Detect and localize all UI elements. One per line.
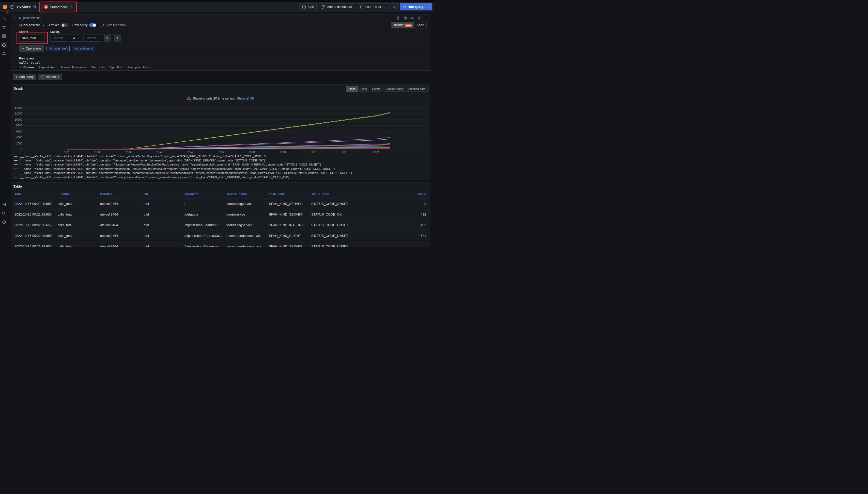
options-summary-item: Type: Both <box>109 66 123 69</box>
graph-legend: {__name__="calls_total", instance="otelc… <box>14 154 428 180</box>
zoom-out-button[interactable] <box>391 3 398 11</box>
column-header--name-[interactable]: __name__ <box>56 190 98 198</box>
chevron-down-icon <box>69 5 72 8</box>
graph-mode-points[interactable]: Points <box>370 86 383 92</box>
label-key-select[interactable]: Choose <box>50 35 69 42</box>
column-header-value[interactable]: Value <box>353 190 428 198</box>
column-header-job[interactable]: job <box>142 190 182 198</box>
sidebar-expand-button[interactable]: › <box>5 10 10 14</box>
run-query-button[interactable]: Run query <box>400 3 426 11</box>
explore-compass-icon <box>10 5 15 9</box>
table-cell: quoteservice <box>224 209 267 220</box>
query-row-header[interactable]: A (Prometheus) ? <box>11 15 430 22</box>
column-header-operation[interactable]: operation <box>182 190 224 198</box>
graph-canvas[interactable] <box>23 106 428 151</box>
legend-series-color <box>14 156 18 157</box>
chevron-down-icon <box>40 37 42 40</box>
options-collapse-toggle[interactable]: Options <box>19 66 34 69</box>
column-header-service-name[interactable]: service_name <box>224 190 267 198</box>
prometheus-logo <box>44 5 48 9</box>
query-hint-0[interactable]: hint: add rate() <box>47 46 70 51</box>
table-cell: otel <box>142 209 182 220</box>
legend-item[interactable]: {__name__="calls_total", instance="otelc… <box>14 158 428 163</box>
table-cell: / <box>182 198 224 209</box>
drag-handle-icon[interactable] <box>423 16 427 20</box>
chevron-down-icon[interactable] <box>14 17 17 20</box>
duplicate-query-icon[interactable] <box>403 16 407 20</box>
label-value-placeholder: Choose <box>86 36 96 40</box>
split-button[interactable]: Split <box>299 3 317 11</box>
options-summary-item: Exemplars: false <box>128 66 149 69</box>
legend-item[interactable]: {__name__="calls_total", instance="otelc… <box>14 163 428 167</box>
remove-query-trash-icon[interactable] <box>417 16 420 20</box>
y-tick-label: 0 <box>11 148 22 151</box>
share-alt-icon[interactable] <box>33 5 37 8</box>
inspector-button[interactable]: Inspector <box>38 74 62 80</box>
x-tick-label: 23:45 <box>183 151 198 154</box>
column-header-time[interactable]: Time <box>13 190 56 198</box>
metric-select[interactable]: calls_total <box>19 35 45 42</box>
give-feedback-link[interactable]: Give feedback <box>101 23 126 27</box>
legend-item[interactable] <box>14 179 428 180</box>
remove-label-filter-button[interactable]: × <box>104 35 111 42</box>
warning-icon <box>187 96 191 100</box>
graph-mode-stacked-bars[interactable]: Stacked bars <box>406 86 428 92</box>
graph-mode-stacked-lines[interactable]: Stacked lines <box>383 86 405 92</box>
svg-text:?: ? <box>398 17 399 19</box>
add-query-button[interactable]: + Add query <box>13 74 36 80</box>
table-cell: 2022-10-16 00:22:29.655 <box>13 241 56 247</box>
add-label-filter-button[interactable]: + <box>114 35 121 42</box>
label-value-select[interactable]: Choose <box>83 35 102 42</box>
grafana-logo[interactable] <box>2 4 8 10</box>
legend-item[interactable]: {__name__="calls_total", instance="otelc… <box>14 175 428 179</box>
query-patterns-dropdown[interactable]: Query patterns <box>19 23 45 27</box>
metric-field-label: Metric <box>19 30 45 33</box>
time-range-label: Last 1 hour <box>365 5 381 8</box>
column-header-status-code[interactable]: status_code <box>309 190 353 198</box>
search-icon[interactable] <box>2 16 6 20</box>
explore-nav-icon[interactable] <box>1 42 7 48</box>
query-help-icon[interactable]: ? <box>397 16 400 20</box>
beta-badge: Beta <box>405 24 412 27</box>
raw-query-toggle[interactable] <box>89 23 96 27</box>
datasource-picker[interactable]: Prometheus <box>41 3 75 11</box>
column-header-span-kind[interactable]: span_kind <box>267 190 309 198</box>
x-tick-label: 00:10 <box>307 151 323 154</box>
toggle-visibility-eye-icon[interactable] <box>410 16 414 20</box>
table-cell: STATUS_CODE_UNSET <box>309 198 353 209</box>
show-all-series-link[interactable]: Show all 55 <box>237 96 254 100</box>
warning-text: Showing only 20 time series. <box>193 96 235 100</box>
help-icon[interactable]: ? <box>2 220 6 224</box>
run-query-dropdown[interactable] <box>426 3 432 11</box>
query-hint-1[interactable]: hint: add sum() <box>72 46 95 51</box>
label-operator-select[interactable]: = <box>71 35 82 42</box>
column-header-instance[interactable]: instance <box>98 190 142 198</box>
star-icon[interactable] <box>2 25 6 29</box>
graph-mode-lines[interactable]: Lines <box>346 86 358 92</box>
apps-icon[interactable] <box>2 34 6 38</box>
gear-icon[interactable]: ⚙ <box>2 211 6 215</box>
x-tick-label: 23:30 <box>90 151 106 154</box>
explain-toggle[interactable] <box>61 23 68 27</box>
x-tick-label: 00:15 <box>338 151 354 154</box>
search-minus-icon <box>392 5 396 9</box>
plus-icon: + <box>16 75 18 79</box>
time-range-picker[interactable]: Last 1 hour <box>357 3 389 11</box>
table-cell: recommendationservice <box>224 230 267 241</box>
bell-icon[interactable] <box>2 52 6 56</box>
sign-in-icon[interactable] <box>2 202 6 206</box>
legend-item[interactable]: {__name__="calls_total", instance="otelc… <box>14 167 428 171</box>
legend-item[interactable]: {__name__="calls_total", instance="otelc… <box>14 154 428 158</box>
add-to-dashboard-button[interactable]: Add to dashboard <box>319 3 355 11</box>
table-cell: 2022-10-16 00:22:29.655 <box>13 220 56 230</box>
legend-item[interactable]: {__name__="calls_total", instance="otelc… <box>14 171 428 175</box>
graph-mode-bars[interactable]: Bars <box>359 86 369 92</box>
operations-button[interactable]: + Operations <box>19 45 44 52</box>
give-feedback-label: Give feedback <box>106 23 126 27</box>
table-row: 2022-10-16 00:22:29.655calls_totalotelco… <box>13 198 428 209</box>
code-mode-button[interactable]: Code <box>414 22 427 28</box>
table-cell: otelcol:9464 <box>98 220 142 230</box>
builder-mode-button[interactable]: Builder Beta <box>392 22 414 28</box>
legend-series-label: {__name__="calls_total", instance="otelc… <box>20 159 265 162</box>
table-row: 2022-10-16 00:22:29.655calls_totalotelco… <box>13 241 428 247</box>
